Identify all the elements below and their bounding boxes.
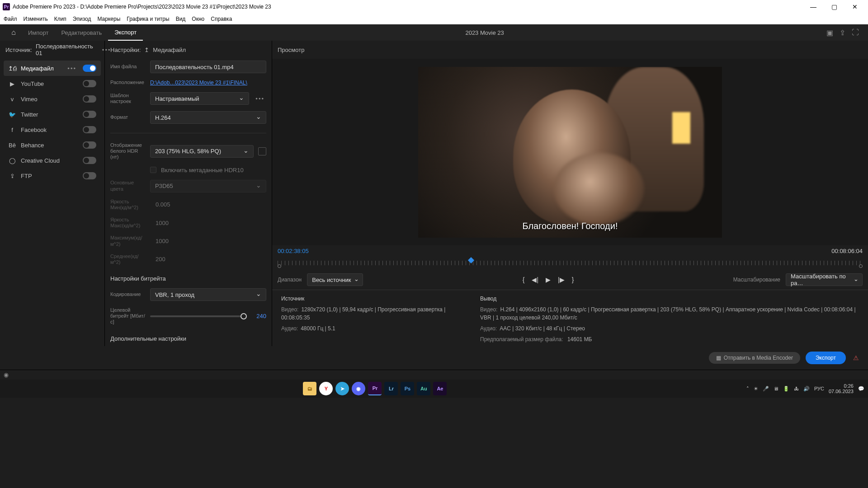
tray-network-icon[interactable]: 🖧 [794, 386, 799, 391]
menu-window[interactable]: Окно [192, 16, 204, 22]
scale-select[interactable]: Масштабировать по ра… [786, 273, 863, 286]
destination-toggle[interactable] [83, 111, 96, 118]
menu-clip[interactable]: Клип [54, 16, 66, 22]
menu-file[interactable]: Файл [4, 16, 17, 22]
encoding-select[interactable]: VBR, 1 проход [150, 288, 266, 301]
destination-toggle[interactable] [83, 126, 96, 133]
filename-input[interactable]: Последовательность 01.mp4 [150, 61, 266, 73]
sync-icon[interactable]: ◉ [4, 371, 9, 378]
hdr-white-checkbox[interactable] [258, 147, 266, 155]
taskbar-photoshop-icon[interactable]: Ps [401, 382, 414, 395]
tray-clock[interactable]: 0:26 07.06.2023 [829, 383, 854, 394]
preset-more-icon[interactable]: ••• [254, 95, 266, 102]
info-output-video-value: H.264 | 4096x2160 (1,0) | 60 кадр/с | Пр… [480, 306, 856, 321]
preset-select[interactable]: Настраиваемый [150, 92, 249, 105]
taskbar-lightroom-icon[interactable]: Lr [384, 382, 398, 395]
destination-media[interactable]: ↥⎙Медиафайл••• [4, 61, 101, 76]
warning-icon[interactable]: ⚠ [851, 354, 859, 361]
menu-episode[interactable]: Эпизод [73, 16, 91, 22]
tray-notifications-icon[interactable]: 💬 [858, 386, 864, 392]
max-label: Максимум(кд/м^2) [110, 235, 146, 247]
tray-mic-icon[interactable]: 🎤 [763, 386, 769, 392]
destination-vimeo[interactable]: vVimeo [4, 91, 101, 107]
play-icon[interactable]: ▶ [546, 276, 551, 283]
timeline-ruler[interactable] [272, 256, 868, 270]
destination-ftp[interactable]: ⇪FTP [4, 168, 101, 183]
fullscreen-icon[interactable]: ⛶ [852, 28, 859, 37]
mark-out-icon[interactable]: } [572, 276, 574, 283]
tray-sound-icon[interactable]: 🔊 [803, 386, 810, 392]
location-link[interactable]: D:\Adob…023\2023 Movie 23 #1\FINAL\ [150, 80, 266, 86]
project-name: 2023 Movie 23 [143, 29, 826, 36]
info-est-size-label: Предполагаемый размер файла: [480, 336, 563, 343]
home-icon[interactable]: ⌂ [5, 28, 22, 37]
step-forward-icon[interactable]: |▶ [558, 276, 565, 283]
tray-display-icon[interactable]: 🖥 [774, 386, 778, 391]
maximize-button[interactable]: ▢ [824, 0, 844, 14]
tray-battery-icon[interactable]: 🔋 [783, 386, 789, 392]
hdr10-checkbox[interactable] [150, 167, 156, 173]
step-back-icon[interactable]: ◀| [532, 276, 538, 283]
destination-toggle[interactable] [83, 157, 96, 164]
menu-view[interactable]: Вид [176, 16, 186, 22]
destination-toggle[interactable] [83, 95, 96, 103]
taskbar-audition-icon[interactable]: Au [417, 382, 430, 395]
share-icon[interactable]: ⇪ [840, 28, 845, 37]
menu-markers[interactable]: Маркеры [97, 16, 120, 22]
destination-label: Медиафайл [21, 65, 61, 72]
menu-help[interactable]: Справка [211, 16, 232, 22]
destination-cc[interactable]: ◯Creative Cloud [4, 153, 101, 168]
tray-weather-icon[interactable]: ☀ [754, 386, 758, 392]
range-select[interactable]: Весь источник [307, 273, 363, 286]
encoding-label: Кодирование [110, 291, 146, 297]
menu-graphics[interactable]: Графика и титры [127, 16, 169, 22]
tab-export[interactable]: Экспорт [108, 24, 143, 41]
lum-max-label: Яркость Макс(кд/м^2) [110, 217, 146, 229]
destination-label: Facebook [21, 127, 78, 133]
info-source-audio-value: 48000 Гц | 5.1 [301, 325, 335, 332]
destination-toggle[interactable] [83, 65, 96, 72]
minimize-button[interactable]: — [803, 0, 824, 14]
destination-behance[interactable]: BēBehance [4, 137, 101, 153]
destination-more-icon[interactable]: ••• [66, 65, 78, 72]
taskbar-telegram-icon[interactable]: ➤ [335, 382, 349, 395]
avg-value: 200 [150, 256, 165, 263]
info-output-title: Вывод [480, 296, 859, 302]
timecode-current[interactable]: 00:02:38:05 [278, 248, 309, 254]
mark-in-icon[interactable]: { [523, 276, 525, 283]
source-value[interactable]: Последовательность 01 [36, 43, 93, 56]
destination-toggle[interactable] [83, 80, 96, 87]
destination-toggle[interactable] [83, 172, 96, 179]
tab-import[interactable]: Импорт [22, 24, 55, 41]
taskbar-explorer-icon[interactable]: 🗂 [303, 382, 316, 395]
target-bitrate-slider[interactable] [150, 315, 246, 317]
format-select[interactable]: H.264 [150, 111, 266, 124]
send-to-encoder-button[interactable]: ▦ Отправить в Media Encoder [709, 352, 800, 364]
target-bitrate-value[interactable]: 240 [251, 313, 266, 319]
close-button[interactable]: ✕ [844, 0, 865, 14]
destination-twitter[interactable]: 🐦Twitter [4, 107, 101, 122]
lum-min-label: Яркость Мин(кд/м^2) [110, 199, 146, 211]
destination-toggle[interactable] [83, 141, 96, 149]
status-bar: ◉ [0, 370, 868, 380]
settings-target: Медиафайл [153, 47, 186, 53]
destination-facebook[interactable]: fFacebook [4, 122, 101, 137]
tray-chevron-icon[interactable]: ˄ [746, 386, 749, 392]
taskbar-premiere-icon[interactable]: Pr [368, 382, 382, 395]
menu-edit[interactable]: Изменить [24, 16, 48, 22]
quick-export-icon[interactable]: ▣ [826, 28, 833, 37]
timecode-total: 00:08:06:04 [831, 248, 863, 254]
export-button[interactable]: Экспорт [806, 352, 846, 364]
info-output-audio-label: Аудио: [480, 325, 497, 332]
taskbar-discord-icon[interactable]: ◉ [352, 382, 365, 395]
taskbar-aftereffects-icon[interactable]: Ae [433, 382, 447, 395]
format-label: Формат [110, 114, 146, 120]
destination-youtube[interactable]: ▶YouTube [4, 76, 101, 91]
menu-bar: Файл Изменить Клип Эпизод Маркеры График… [0, 14, 868, 24]
tray-language[interactable]: РУС [814, 386, 824, 391]
hdr-white-select[interactable]: 203 (75% HLG, 58% PQ) [150, 145, 254, 158]
tab-edit[interactable]: Редактировать [55, 24, 108, 41]
taskbar-yandex-icon[interactable]: Y [319, 382, 333, 395]
info-output-video-label: Видео: [480, 306, 497, 313]
preview-video-frame[interactable]: Благословен! Господи! [418, 67, 722, 238]
